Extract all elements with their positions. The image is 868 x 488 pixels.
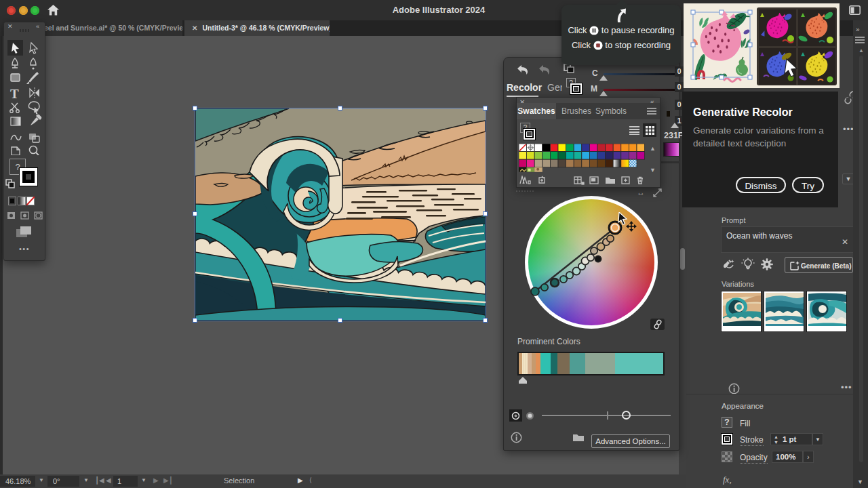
svg-text:T: T [10, 87, 19, 101]
